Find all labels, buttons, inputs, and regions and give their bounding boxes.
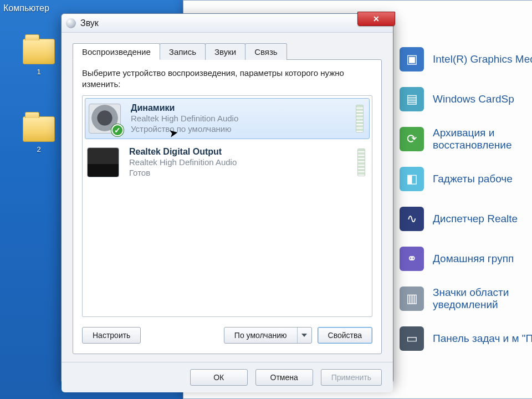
cp-item-label: Windows CardSp <box>433 93 514 105</box>
cancel-button[interactable]: Отмена <box>255 369 313 386</box>
level-meter <box>356 105 364 132</box>
desktop-folder-1[interactable]: 1 <box>17 39 61 76</box>
device-status: Устройство по умолчанию <box>131 124 356 134</box>
cp-item-homegroup[interactable]: ⚭ Домашняя групп <box>400 239 532 279</box>
taskbar-icon: ▭ <box>400 326 424 351</box>
level-meter <box>357 149 365 176</box>
tab-strip: Воспроизведение Запись Звуки Связь <box>73 43 382 59</box>
close-button[interactable]: ✕ <box>357 12 395 26</box>
close-icon: ✕ <box>373 14 380 23</box>
device-driver: Realtek High Definition Audio <box>129 157 357 167</box>
device-name: Динамики <box>131 103 356 113</box>
cp-item-backup[interactable]: ⟳ Архивация и восстановление <box>400 119 532 159</box>
apply-button[interactable]: Применить <box>321 369 382 386</box>
configure-button[interactable]: Настроить <box>82 327 141 344</box>
cp-item-gadgets[interactable]: ◧ Гаджеты рабоче <box>400 159 532 199</box>
tab-panel-playback: Выберите устройство воспроизведения, пар… <box>73 59 382 354</box>
cp-item-label: Гаджеты рабоче <box>433 173 513 185</box>
tab-comm[interactable]: Связь <box>245 43 287 60</box>
desktop-computer-label: Компьютер <box>3 3 49 13</box>
device-item-speakers[interactable]: ✓ Динамики Realtek High Definition Audio… <box>85 98 370 139</box>
ok-button[interactable]: ОК <box>190 369 248 386</box>
dialog-footer: ОК Отмена Применить <box>62 362 393 392</box>
device-name: Realtek Digital Output <box>129 147 357 157</box>
tab-playback[interactable]: Воспроизведение <box>73 43 160 60</box>
cp-item-label: Диспетчер Realte <box>433 213 518 225</box>
cp-item-label: Панель задач и м "Пуск" <box>433 332 532 345</box>
folder-icon <box>23 39 55 64</box>
cp-item-label: Домашняя групп <box>433 253 514 265</box>
default-check-icon: ✓ <box>111 124 124 136</box>
device-item-digital[interactable]: Realtek Digital Output Realtek High Defi… <box>83 141 372 184</box>
backup-icon: ⟳ <box>400 127 424 151</box>
device-driver: Realtek High Definition Audio <box>131 113 356 124</box>
cp-item-label: Intel(R) Graphics Media <box>433 53 532 65</box>
wave-icon: ∿ <box>400 207 424 231</box>
device-status: Готов <box>129 167 357 178</box>
homegroup-icon: ⚭ <box>400 247 424 271</box>
sound-dialog: Звук ✕ Воспроизведение Запись Звуки Связ… <box>61 13 393 383</box>
cp-item-graphics[interactable]: ▣ Intel(R) Graphics Media <box>400 39 532 79</box>
desktop-icon-label: 1 <box>17 68 61 76</box>
properties-button[interactable]: Свойства <box>318 327 372 344</box>
monitor-icon: ▣ <box>400 47 424 71</box>
sound-app-icon <box>66 18 76 28</box>
cp-item-label: Значки области уведомлений <box>433 287 532 311</box>
titlebar[interactable]: Звук <box>62 14 393 33</box>
set-default-button[interactable]: По умолчанию <box>224 327 312 344</box>
cp-item-label: Архивация и восстановление <box>433 127 532 151</box>
tray-icon: ▥ <box>400 287 424 311</box>
tab-recording[interactable]: Запись <box>160 43 206 60</box>
tab-sounds[interactable]: Звуки <box>205 43 245 60</box>
gadget-icon: ◧ <box>400 167 424 191</box>
card-icon: ▤ <box>400 87 424 111</box>
folder-icon <box>23 116 55 142</box>
cp-item-cardspace[interactable]: ▤ Windows CardSp <box>400 79 532 119</box>
set-default-label: По умолчанию <box>224 331 297 340</box>
digital-output-icon <box>87 147 119 177</box>
desktop-folder-2[interactable]: 2 <box>17 116 61 154</box>
cp-item-tray[interactable]: ▥ Значки области уведомлений <box>400 279 532 319</box>
speaker-icon: ✓ <box>89 104 121 134</box>
device-list[interactable]: ✓ Динамики Realtek High Definition Audio… <box>82 95 372 317</box>
cp-item-taskbar[interactable]: ▭ Панель задач и м "Пуск" <box>400 319 532 359</box>
instruction-text: Выберите устройство воспроизведения, пар… <box>82 68 372 90</box>
cp-item-realtek[interactable]: ∿ Диспетчер Realte <box>400 199 532 239</box>
desktop-icon-label: 2 <box>17 145 61 154</box>
chevron-down-icon[interactable] <box>297 328 311 343</box>
dialog-title: Звук <box>80 18 99 28</box>
